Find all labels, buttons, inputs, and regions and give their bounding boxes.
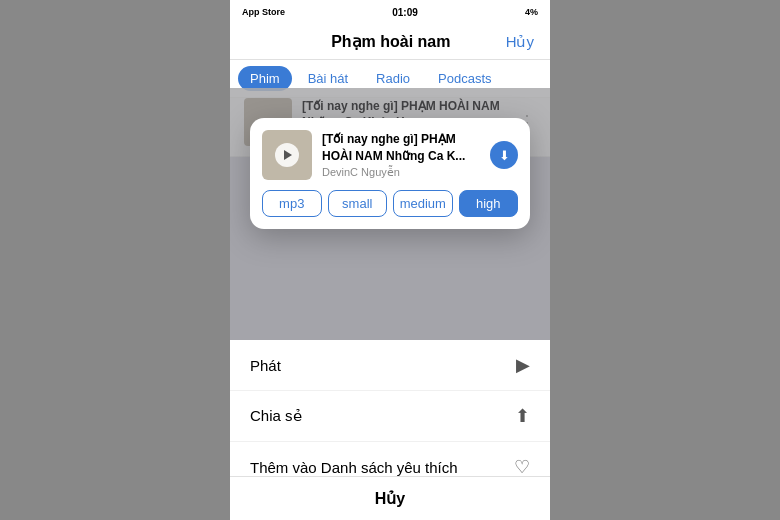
format-high[interactable]: high [459,190,519,217]
modal-song-artist: DevinC Nguyễn [322,166,480,179]
heart-icon: ♡ [514,456,530,478]
status-right: 4% [525,7,538,17]
action-favorite-label: Thêm vào Danh sách yêu thích [250,459,458,476]
modal-card: [Tối nay nghe gì] PHẠM HOÀI NAM Những Ca… [250,118,530,229]
play-circle[interactable] [275,143,299,167]
nav-cancel-button[interactable]: Hủy [506,33,534,51]
format-medium[interactable]: medium [393,190,453,217]
action-share-label: Chia sẻ [250,407,302,425]
share-icon: ⬆ [515,405,530,427]
format-small[interactable]: small [328,190,388,217]
top-nav: Phạm hoài nam Hủy [230,24,550,60]
download-button[interactable]: ⬇ [490,141,518,169]
modal-song-info: [Tối nay nghe gì] PHẠM HOÀI NAM Những Ca… [322,131,480,178]
action-play[interactable]: Phát ▶ [230,340,550,391]
nav-title: Phạm hoài nam [331,32,450,51]
play-icon: ▶ [516,354,530,376]
phone-screen: App Store 01:09 4% Phạm hoài nam Hủy Phi… [230,0,550,520]
action-share[interactable]: Chia sẻ ⬆ [230,391,550,442]
format-row: mp3 small medium high [262,190,518,217]
modal-song-row: [Tối nay nghe gì] PHẠM HOÀI NAM Những Ca… [262,130,518,180]
battery-icon: 4% [525,7,538,17]
modal-song-title: [Tối nay nghe gì] PHẠM HOÀI NAM Những Ca… [322,131,480,163]
cancel-bar[interactable]: Hủy [230,476,550,520]
status-bar: App Store 01:09 4% [230,0,550,24]
status-time: 01:09 [392,7,418,18]
format-mp3[interactable]: mp3 [262,190,322,217]
download-icon: ⬇ [499,149,510,162]
modal-thumbnail [262,130,312,180]
action-play-label: Phát [250,357,281,374]
status-left: App Store [242,7,285,17]
play-triangle-icon [284,150,292,160]
